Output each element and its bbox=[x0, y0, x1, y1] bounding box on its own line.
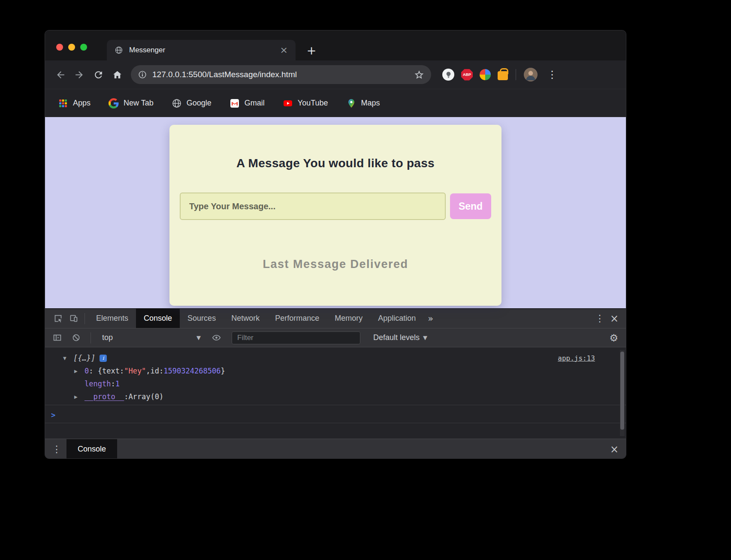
globe-icon bbox=[172, 98, 182, 108]
message-input[interactable] bbox=[180, 193, 446, 220]
message-input-row: Send bbox=[180, 193, 491, 220]
color-wheel-extension-icon[interactable] bbox=[480, 69, 491, 80]
home-button[interactable] bbox=[108, 65, 127, 84]
devtools-divider bbox=[91, 332, 91, 343]
forward-button[interactable] bbox=[70, 65, 89, 84]
console-source-link[interactable]: app.js:13 bbox=[558, 354, 595, 362]
youtube-icon bbox=[283, 98, 293, 108]
bookmark-apps[interactable]: Apps bbox=[58, 98, 91, 108]
console-token: : bbox=[159, 367, 163, 375]
settings-gear-icon[interactable]: ⚙ bbox=[609, 332, 618, 343]
devtools-tab-console[interactable]: Console bbox=[136, 309, 180, 328]
drawer-menu-icon[interactable]: ⋮ bbox=[49, 444, 64, 455]
console-token: __proto__ bbox=[85, 392, 124, 401]
reload-button[interactable] bbox=[89, 65, 108, 84]
page-viewport: A Message You would like to pass Send La… bbox=[45, 117, 626, 308]
url-text[interactable]: 127.0.0.1:5500/LastMessage/index.html bbox=[152, 70, 414, 79]
shopping-bag-extension-icon[interactable] bbox=[498, 71, 508, 80]
bookmark-label: New Tab bbox=[124, 99, 154, 108]
console-scrollbar-thumb[interactable] bbox=[620, 352, 624, 430]
console-output[interactable]: ▼[{…}]iapp.js:13▶0: {text: "Hey", id: 15… bbox=[45, 347, 626, 439]
browser-window: Messenger × + 127.0.0.1:550 bbox=[45, 30, 626, 459]
site-info-icon[interactable] bbox=[138, 70, 147, 79]
bookmark-gmail[interactable]: Gmail bbox=[230, 98, 265, 108]
new-tab-button[interactable]: + bbox=[304, 43, 319, 57]
tab-title: Messenger bbox=[129, 46, 165, 54]
console-token: text bbox=[102, 367, 120, 375]
execution-context-selector[interactable]: top ▼ bbox=[98, 333, 205, 342]
desktop-background: Messenger × + 127.0.0.1:550 bbox=[0, 0, 731, 560]
triangle-down-icon[interactable]: ▼ bbox=[63, 356, 73, 361]
message-card: A Message You would like to pass Send La… bbox=[169, 125, 501, 306]
minimize-window-button[interactable] bbox=[68, 44, 75, 51]
zoom-window-button[interactable] bbox=[80, 44, 87, 51]
devtools-tab-network[interactable]: Network bbox=[224, 309, 267, 328]
console-sidebar-icon[interactable] bbox=[49, 330, 65, 346]
titlebar: Messenger × + bbox=[45, 30, 626, 60]
devtools-menu-icon[interactable]: ⋮ bbox=[592, 313, 607, 324]
back-button[interactable] bbox=[51, 65, 70, 84]
context-label: top bbox=[102, 333, 113, 342]
extensions-area: ABP ⋮ bbox=[442, 68, 560, 81]
log-levels-label: Default levels bbox=[373, 333, 420, 342]
devtools-panel: ElementsConsoleSourcesNetworkPerformance… bbox=[45, 308, 626, 459]
console-token: id bbox=[151, 367, 159, 375]
triangle-right-icon[interactable]: ▶ bbox=[74, 394, 85, 399]
bookmark-maps[interactable]: Maps bbox=[346, 98, 380, 108]
bookmark-label: YouTube bbox=[298, 99, 328, 108]
devtools-tab-sources[interactable]: Sources bbox=[180, 309, 224, 328]
devtools-tab-performance[interactable]: Performance bbox=[267, 309, 327, 328]
lightbulb-extension-icon[interactable] bbox=[442, 69, 454, 81]
bookmark-youtube[interactable]: YouTube bbox=[283, 98, 328, 108]
devtools-tab-elements[interactable]: Elements bbox=[88, 309, 136, 328]
clear-console-icon[interactable] bbox=[68, 330, 84, 346]
adblock-plus-extension-icon[interactable]: ABP bbox=[461, 69, 473, 81]
google-g-icon bbox=[109, 98, 119, 108]
bookmark-star-icon[interactable] bbox=[414, 69, 424, 80]
console-token: } bbox=[221, 367, 225, 375]
console-row: ▶__proto__: Array(0) bbox=[45, 390, 626, 403]
send-button[interactable]: Send bbox=[450, 193, 491, 219]
bookmark-google[interactable]: Google bbox=[172, 98, 211, 108]
page-title: A Message You would like to pass bbox=[180, 157, 491, 170]
console-row: length: 1 bbox=[45, 377, 626, 390]
profile-avatar[interactable] bbox=[524, 68, 538, 81]
drawer-tab-console[interactable]: Console bbox=[66, 439, 117, 459]
traffic-lights bbox=[56, 44, 87, 51]
toolbar-divider bbox=[516, 69, 516, 80]
browser-toolbar: 127.0.0.1:5500/LastMessage/index.html AB… bbox=[45, 60, 626, 89]
console-token: 1590324268506 bbox=[163, 367, 221, 375]
info-icon[interactable]: i bbox=[100, 355, 107, 362]
close-window-button[interactable] bbox=[56, 44, 63, 51]
bookmark-new-tab[interactable]: New Tab bbox=[109, 98, 154, 108]
browser-menu-icon[interactable]: ⋮ bbox=[544, 69, 560, 81]
more-tabs-chevron-icon[interactable]: » bbox=[423, 313, 438, 324]
tab-close-icon[interactable]: × bbox=[280, 45, 288, 55]
drawer-close-icon[interactable]: × bbox=[607, 443, 622, 455]
console-token: : { bbox=[89, 367, 102, 375]
console-token: : bbox=[111, 379, 115, 388]
log-levels-dropdown[interactable]: Default levels ▼ bbox=[373, 333, 427, 342]
bookmark-label: Google bbox=[187, 99, 211, 108]
browser-tab-messenger[interactable]: Messenger × bbox=[107, 40, 296, 60]
inspect-element-icon[interactable] bbox=[50, 311, 66, 326]
triangle-right-icon[interactable]: ▶ bbox=[74, 369, 85, 373]
console-filter-input[interactable] bbox=[232, 331, 360, 344]
bookmark-label: Apps bbox=[73, 99, 91, 108]
chevron-down-icon: ▼ bbox=[423, 334, 427, 341]
gmail-icon bbox=[230, 98, 240, 108]
globe-favicon-icon bbox=[115, 46, 123, 54]
console-message: ▼[{…}]iapp.js:13▶0: {text: "Hey", id: 15… bbox=[45, 352, 626, 405]
address-bar[interactable]: 127.0.0.1:5500/LastMessage/index.html bbox=[131, 65, 431, 84]
devtools-tab-application[interactable]: Application bbox=[370, 309, 423, 328]
console-prompt[interactable]: > bbox=[45, 407, 626, 423]
eye-icon[interactable] bbox=[208, 330, 224, 346]
devtools-tab-memory[interactable]: Memory bbox=[327, 309, 370, 328]
console-token: "Hey" bbox=[124, 367, 146, 375]
prompt-chevron-icon: > bbox=[51, 411, 55, 419]
chevron-down-icon: ▼ bbox=[196, 334, 201, 341]
bookmark-label: Maps bbox=[361, 99, 380, 108]
maps-icon bbox=[346, 98, 356, 108]
devtools-close-icon[interactable]: × bbox=[607, 313, 622, 325]
device-toolbar-icon[interactable] bbox=[66, 311, 81, 326]
